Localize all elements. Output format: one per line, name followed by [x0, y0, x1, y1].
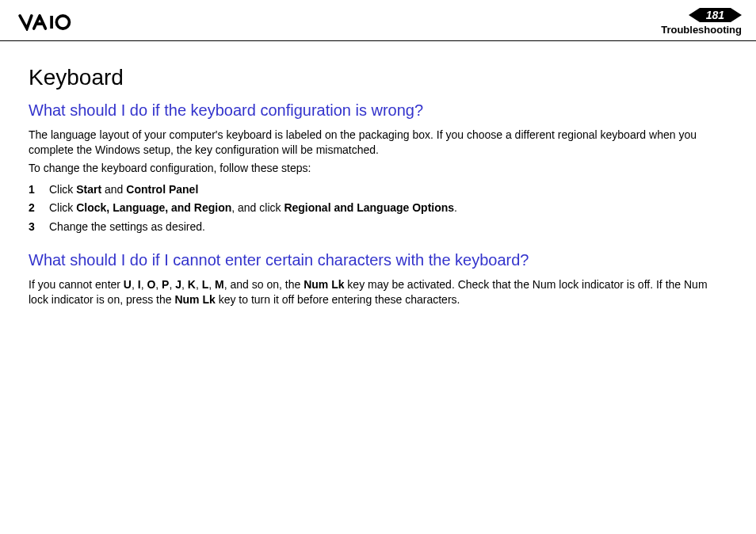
page-content: Keyboard What should I do if the keyboar…: [0, 41, 756, 326]
prev-page-arrow[interactable]: [689, 8, 700, 22]
step-text: Click Clock, Language, and Region, and c…: [49, 199, 457, 218]
question-heading-2: What should I do if I cannot enter certa…: [29, 251, 727, 269]
body-paragraph: If you cannot enter U, I, O, P, J, K, L,…: [29, 277, 727, 307]
step-text: Change the settings as desired.: [49, 218, 205, 237]
step-number: 3: [29, 218, 49, 237]
next-page-arrow[interactable]: [731, 8, 742, 22]
page-number: 181: [700, 8, 731, 22]
step-text: Click Start and Control Panel: [49, 181, 198, 200]
step-number: 2: [29, 199, 49, 218]
body-paragraph: To change the keyboard configuration, fo…: [29, 161, 727, 176]
step-list: 1 Click Start and Control Panel 2 Click …: [29, 181, 727, 237]
page-header: 181 Troubleshooting: [0, 0, 756, 41]
vaio-logo: [16, 13, 103, 31]
step-number: 1: [29, 181, 49, 200]
svg-rect-0: [50, 15, 53, 28]
list-item: 2 Click Clock, Language, and Region, and…: [29, 199, 727, 218]
page-nav: 181 Troubleshooting: [661, 8, 742, 36]
list-item: 1 Click Start and Control Panel: [29, 181, 727, 200]
question-heading-1: What should I do if the keyboard configu…: [29, 101, 727, 120]
body-paragraph: The language layout of your computer's k…: [29, 128, 727, 158]
svg-point-1: [56, 15, 69, 28]
section-label: Troubleshooting: [661, 24, 742, 36]
list-item: 3 Change the settings as desired.: [29, 218, 727, 237]
page-title: Keyboard: [29, 65, 727, 90]
